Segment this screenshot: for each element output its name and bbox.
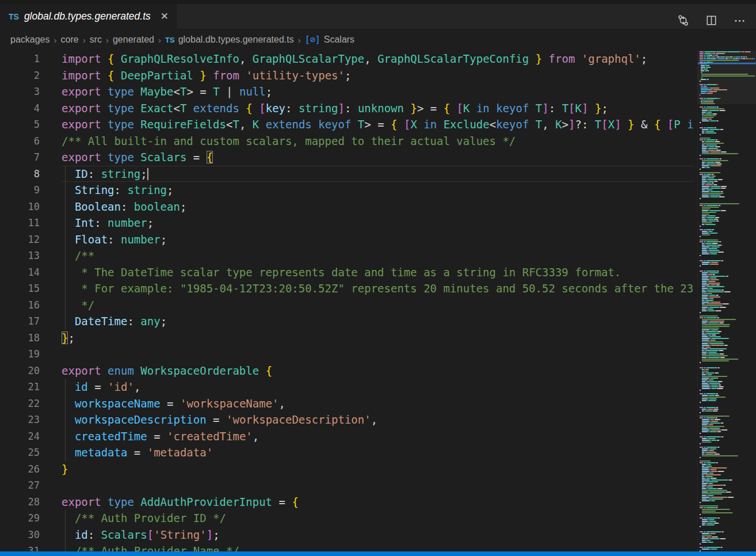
code-line[interactable]: ID: string;: [62, 166, 693, 182]
code-line[interactable]: /** All built-in and custom scalars, map…: [62, 133, 693, 150]
line-number[interactable]: 9: [0, 182, 62, 199]
code-line[interactable]: createdTime = 'createdTime',: [62, 428, 693, 445]
line-number[interactable]: 6: [0, 133, 62, 150]
code-line[interactable]: * For example: "1985-04-12T23:20:50.52Z"…: [62, 280, 693, 297]
code-line[interactable]: }: [62, 461, 693, 478]
code-token: string: [127, 184, 167, 196]
line-number[interactable]: 25: [0, 444, 62, 461]
breadcrumb-item-symbol[interactable]: Scalars: [324, 35, 354, 45]
line-number[interactable]: 2: [0, 67, 62, 84]
line-number[interactable]: 21: [0, 379, 62, 395]
code-line[interactable]: Int: number;: [62, 215, 693, 231]
line-number[interactable]: 19: [0, 346, 62, 363]
line-number[interactable]: 27: [0, 477, 62, 494]
breadcrumb-item-file[interactable]: global.db.types.generated.ts: [178, 35, 294, 45]
breadcrumb-item-core[interactable]: core: [61, 35, 79, 45]
code-token: ;: [213, 528, 219, 541]
code-line[interactable]: id = 'id',: [62, 379, 693, 395]
code-line[interactable]: Float: number;: [62, 231, 693, 248]
code-token: [660, 118, 667, 131]
line-number[interactable]: 5: [0, 116, 62, 133]
editor-actions: [677, 8, 746, 33]
code-token: [114, 52, 121, 65]
line-number[interactable]: 28: [0, 494, 62, 511]
line-number[interactable]: 8: [0, 166, 62, 182]
line-number[interactable]: 14: [0, 264, 62, 281]
breadcrumb-item-src[interactable]: src: [90, 35, 102, 45]
code-token: ID: [75, 167, 88, 180]
code-line[interactable]: [62, 346, 693, 363]
code-line[interactable]: Boolean: boolean;: [62, 199, 693, 215]
line-number[interactable]: 24: [0, 428, 62, 445]
breadcrumb-item-packages[interactable]: packages: [10, 35, 50, 45]
breadcrumb-item-generated[interactable]: generated: [113, 35, 154, 45]
close-tab-icon[interactable]: ✕: [161, 12, 169, 21]
code-line[interactable]: import { GraphQLResolveInfo, GraphQLScal…: [62, 51, 693, 67]
code-token: metadata: [75, 446, 128, 459]
code-token: T: [213, 85, 219, 98]
code-token: }: [62, 332, 68, 344]
code-token: [62, 216, 75, 229]
code-line[interactable]: import { DeepPartial } from 'utility-typ…: [62, 67, 693, 84]
code-line[interactable]: */: [62, 297, 693, 314]
code-token: [62, 430, 75, 443]
line-number[interactable]: 10: [0, 199, 62, 215]
code-line[interactable]: id: Scalars['String'];: [62, 527, 693, 543]
minimap[interactable]: [697, 51, 756, 551]
code-line[interactable]: export type Maybe<T> = T | null;: [62, 83, 693, 100]
code-line[interactable]: * The DateTime scalar type represents da…: [62, 264, 693, 281]
code-token: Scalars: [101, 528, 147, 541]
code-token: :: [549, 102, 562, 115]
code-token: [62, 446, 75, 459]
code-token: ;: [161, 233, 167, 246]
code-line[interactable]: DateTime: any;: [62, 313, 693, 330]
code-token: T: [595, 118, 601, 131]
code-line[interactable]: workspaceDescription = 'workspaceDescrip…: [62, 412, 693, 428]
tab-global-db-types-generated[interactable]: TS global.db.types.generated.ts ✕: [0, 4, 177, 29]
line-number[interactable]: 29: [0, 510, 62, 527]
split-editor-icon[interactable]: [705, 14, 717, 26]
line-number[interactable]: 15: [0, 280, 62, 297]
line-number[interactable]: 7: [0, 149, 62, 166]
code-line[interactable]: export type Scalars = {: [62, 149, 693, 166]
line-number[interactable]: 22: [0, 395, 62, 412]
open-changes-icon[interactable]: [677, 14, 689, 26]
line-number[interactable]: 3: [0, 83, 62, 100]
line-number[interactable]: 13: [0, 247, 62, 264]
code-line[interactable]: workspaceName = 'workspaceName',: [62, 395, 693, 412]
line-number[interactable]: 4: [0, 100, 62, 117]
code-line[interactable]: metadata = 'metadata': [62, 444, 693, 461]
line-number[interactable]: 16: [0, 297, 62, 314]
line-number[interactable]: 23: [0, 412, 62, 428]
code-line[interactable]: /**: [62, 247, 693, 264]
code-token: ;: [167, 184, 173, 196]
code-token: [542, 52, 548, 65]
code-line[interactable]: export type RequireFields<T, K extends k…: [62, 116, 693, 133]
code-token: {: [266, 364, 272, 377]
code-line[interactable]: /** Auth Provider ID */: [62, 510, 693, 527]
code-token: GraphQLScalarTypeConfig: [377, 52, 529, 65]
code-line[interactable]: /** Auth Provider Name */: [62, 543, 693, 551]
line-number[interactable]: 17: [0, 313, 62, 330]
code-token: DeepPartial: [121, 69, 193, 82]
line-number[interactable]: 1: [0, 51, 62, 67]
line-number[interactable]: 20: [0, 363, 62, 379]
code-line[interactable]: export enum WorkspaceOrderable {: [62, 363, 693, 379]
line-number[interactable]: 26: [0, 461, 62, 478]
code-token: Float: [75, 233, 108, 246]
line-number[interactable]: 12: [0, 231, 62, 248]
code-token: export: [62, 151, 108, 163]
code-line[interactable]: String: string;: [62, 182, 693, 199]
line-number[interactable]: 31: [0, 543, 62, 551]
code-token: [: [259, 102, 265, 115]
code-token: }: [62, 463, 68, 475]
code-area[interactable]: import { GraphQLResolveInfo, GraphQLScal…: [62, 51, 693, 551]
line-number[interactable]: 30: [0, 527, 62, 543]
line-number[interactable]: 11: [0, 215, 62, 231]
code-line[interactable]: export type Exact<T extends { [key: stri…: [62, 100, 693, 117]
code-line[interactable]: export type AddAuthProviderInput = {: [62, 494, 693, 511]
code-line[interactable]: };: [62, 330, 693, 346]
more-actions-icon[interactable]: [734, 14, 746, 26]
code-line[interactable]: [62, 477, 693, 494]
line-number[interactable]: 18: [0, 330, 62, 346]
